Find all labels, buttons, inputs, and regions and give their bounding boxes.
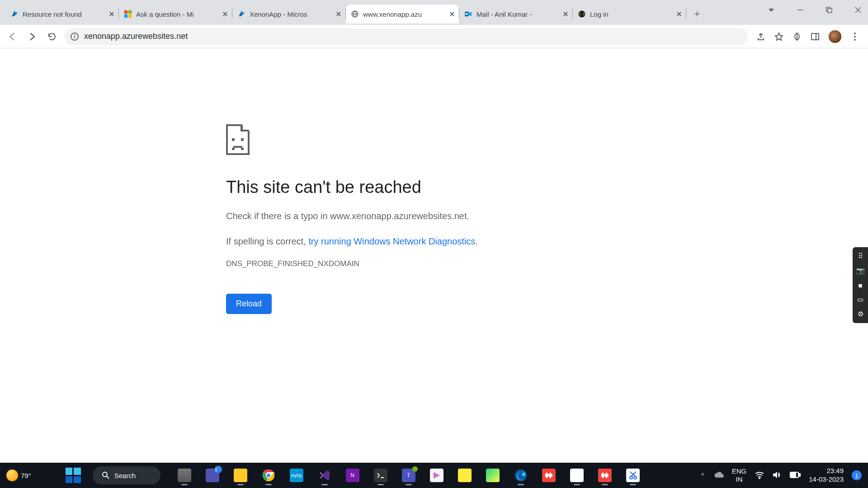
- reload-nav-button[interactable]: [44, 29, 60, 44]
- bookmark-star-icon[interactable]: [774, 32, 784, 42]
- tab-separator: [686, 8, 686, 19]
- video-icon[interactable]: ■: [853, 279, 868, 291]
- start-button[interactable]: [66, 468, 81, 483]
- task-view-icon[interactable]: [178, 469, 191, 482]
- close-icon[interactable]: [450, 12, 454, 16]
- teams-icon[interactable]: T: [402, 469, 415, 482]
- tab-search-button[interactable]: [765, 4, 778, 16]
- extension-leaf-icon[interactable]: [792, 32, 802, 42]
- error-heading: This site can't be reached: [226, 178, 579, 197]
- site-info-icon[interactable]: i: [71, 33, 79, 41]
- onenote-icon[interactable]: N: [346, 469, 359, 482]
- svg-marker-44: [773, 472, 777, 478]
- battery-icon[interactable]: [790, 472, 801, 479]
- svg-rect-47: [791, 473, 796, 477]
- share-icon[interactable]: [756, 32, 766, 42]
- lang-top: ENG: [732, 467, 747, 475]
- svg-point-28: [103, 472, 107, 477]
- tab-xenonapp-azure[interactable]: XenonApp - Micros: [232, 5, 345, 23]
- svg-rect-22: [242, 124, 250, 131]
- menu-button[interactable]: [850, 32, 860, 42]
- gear-icon[interactable]: ⚙: [853, 308, 868, 320]
- edge-icon[interactable]: [514, 469, 528, 482]
- swagger-icon: [577, 9, 586, 19]
- maximize-button[interactable]: [823, 4, 835, 16]
- terminal-icon[interactable]: [374, 469, 387, 482]
- svg-rect-2: [128, 10, 132, 14]
- error-line2-suffix: .: [475, 236, 478, 246]
- address-bar[interactable]: i xenonapp.azurewebsites.net: [64, 28, 748, 45]
- close-icon[interactable]: [109, 12, 114, 16]
- svg-point-42: [634, 476, 637, 479]
- reload-button[interactable]: Reload: [226, 294, 272, 314]
- tab-title: Mail - Anil Kumar -: [476, 10, 560, 18]
- error-diagnostics-line: If spelling is correct, try running Wind…: [226, 234, 579, 249]
- globe-icon: [350, 9, 359, 19]
- weather-widget[interactable]: 79°: [6, 469, 31, 481]
- minimize-button[interactable]: [794, 4, 807, 16]
- gamebar-widget[interactable]: ⠿ 📷 ■ ▭ ⚙: [853, 247, 868, 323]
- notepad-icon[interactable]: [570, 469, 584, 482]
- snipping-tool-icon[interactable]: [626, 469, 640, 482]
- svg-marker-5: [239, 10, 245, 18]
- chat-icon[interactable]: 1: [206, 469, 219, 482]
- file-explorer-icon[interactable]: [234, 469, 247, 482]
- volume-icon[interactable]: [773, 471, 782, 480]
- sun-icon: [6, 469, 18, 481]
- tab-xenonapp-site[interactable]: www.xenonapp.azu: [346, 5, 459, 23]
- camera-icon[interactable]: 📷: [853, 264, 868, 277]
- back-button[interactable]: [5, 29, 20, 44]
- azure-icon: [10, 9, 19, 19]
- window-close-button[interactable]: [852, 4, 864, 16]
- tab-title: XenonApp - Micros: [250, 10, 333, 18]
- svg-rect-24: [241, 138, 244, 141]
- tab-log-in[interactable]: Log in: [573, 5, 686, 23]
- language-indicator[interactable]: ENG IN: [732, 467, 747, 483]
- tab-resource-not-found[interactable]: Resource not found: [5, 5, 118, 23]
- forward-button[interactable]: [24, 29, 40, 44]
- visual-studio-icon[interactable]: [318, 469, 331, 482]
- network-diagnostics-link[interactable]: try running Windows Network Diagnostics: [308, 236, 475, 246]
- window-controls: [765, 4, 868, 16]
- profile-avatar[interactable]: [828, 30, 842, 43]
- close-icon[interactable]: [563, 12, 568, 16]
- svg-marker-35: [434, 472, 440, 479]
- onedrive-icon[interactable]: [714, 471, 724, 480]
- monitor-icon[interactable]: ▭: [853, 293, 868, 306]
- svg-rect-27: [241, 148, 244, 150]
- tab-mail-anil[interactable]: Mail - Anil Kumar -: [459, 5, 572, 23]
- anydesk-2-icon[interactable]: [598, 469, 612, 482]
- gamebar-handle-icon[interactable]: ⠿: [853, 250, 868, 263]
- svg-rect-1: [124, 10, 128, 14]
- tray-overflow-icon[interactable]: ＾: [699, 471, 706, 479]
- search-icon: [102, 471, 110, 479]
- close-icon[interactable]: [223, 12, 227, 16]
- notification-badge[interactable]: 1: [852, 470, 862, 480]
- sad-page-icon: [226, 124, 250, 155]
- sidepanel-icon[interactable]: [810, 32, 820, 42]
- vs-installer-icon[interactable]: [430, 469, 443, 482]
- new-tab-button[interactable]: ＋: [689, 5, 705, 22]
- microsoft-icon: [123, 9, 132, 19]
- clock[interactable]: 23:49 14-03-2023: [809, 467, 844, 484]
- wifi-icon[interactable]: [755, 471, 764, 480]
- myhp-icon[interactable]: myhp: [290, 469, 303, 482]
- tab-ask-a-question[interactable]: Ask a question - Mi: [119, 5, 232, 23]
- outlook-icon: [464, 9, 473, 19]
- close-icon[interactable]: [677, 12, 681, 16]
- svg-rect-23: [232, 138, 235, 141]
- sticky-notes-icon[interactable]: [458, 469, 472, 482]
- taskbar-pinned-apps: 1 myhp N T: [178, 469, 640, 482]
- browser-toolbar: i xenonapp.azurewebsites.net: [0, 25, 868, 48]
- taskbar-search[interactable]: Search: [93, 466, 160, 484]
- anydesk-icon[interactable]: [542, 469, 556, 482]
- tab-title: www.xenonapp.azu: [363, 10, 446, 18]
- toolbar-actions: [752, 30, 863, 43]
- svg-line-29: [107, 476, 109, 479]
- chrome-icon[interactable]: [262, 469, 275, 482]
- svg-rect-19: [811, 33, 819, 40]
- close-icon[interactable]: [336, 12, 341, 16]
- svg-marker-40: [604, 472, 609, 479]
- pycharm-icon[interactable]: [486, 469, 500, 482]
- svg-marker-18: [775, 33, 783, 40]
